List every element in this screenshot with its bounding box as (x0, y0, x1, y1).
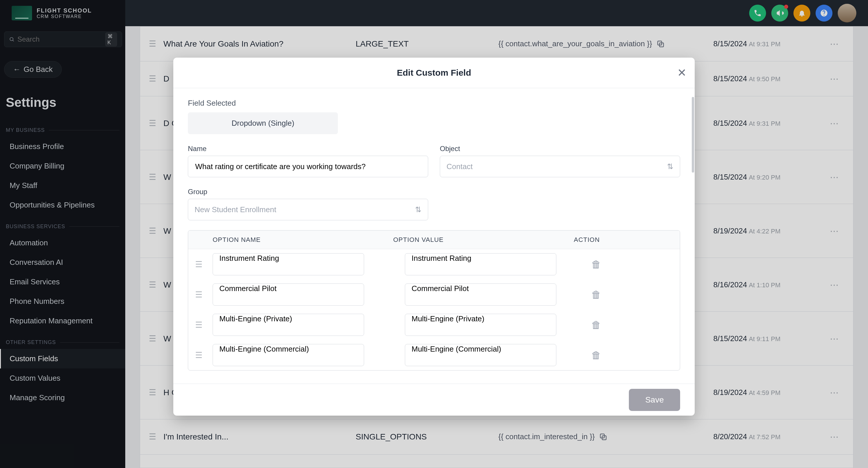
option-row: ☰ 🗑 (188, 249, 680, 279)
drag-handle-icon[interactable]: ☰ (195, 320, 207, 330)
trash-icon[interactable]: 🗑 (591, 289, 601, 300)
trash-icon[interactable]: 🗑 (591, 259, 601, 270)
col-option-name: OPTION NAME (213, 236, 393, 244)
option-name-input[interactable] (213, 344, 364, 366)
group-value: New Student Enrollment (194, 205, 276, 214)
group-label: Group (188, 188, 428, 196)
group-select[interactable]: New Student Enrollment ⇅ (188, 199, 428, 220)
modal-body: Field Selected Dropdown (Single) Name Ob… (173, 88, 695, 383)
scrollbar[interactable] (691, 88, 695, 383)
name-input[interactable] (188, 156, 428, 177)
close-icon[interactable]: ✕ (677, 66, 686, 79)
option-name-input[interactable] (213, 314, 364, 336)
col-action: ACTION (574, 236, 673, 244)
option-name-input[interactable] (213, 283, 364, 306)
trash-icon[interactable]: 🗑 (591, 349, 601, 361)
object-value: Contact (446, 162, 473, 171)
chevron-updown-icon: ⇅ (667, 162, 674, 171)
col-option-value: OPTION VALUE (393, 236, 574, 244)
name-label: Name (188, 145, 428, 153)
modal-footer: Save (173, 383, 695, 415)
field-type-chip: Dropdown (Single) (188, 112, 338, 134)
drag-handle-icon[interactable]: ☰ (195, 290, 207, 299)
drag-handle-icon[interactable]: ☰ (195, 260, 207, 269)
edit-custom-field-modal: Edit Custom Field ✕ Field Selected Dropd… (173, 58, 695, 415)
option-value-input[interactable] (405, 314, 556, 336)
chevron-updown-icon: ⇅ (415, 205, 422, 214)
option-row: ☰ 🗑 (188, 340, 680, 370)
modal-title: Edit Custom Field (397, 68, 471, 78)
option-row: ☰ 🗑 (188, 279, 680, 310)
option-value-input[interactable] (405, 283, 556, 306)
drag-handle-icon[interactable]: ☰ (195, 350, 207, 360)
object-select[interactable]: Contact ⇅ (440, 156, 680, 177)
option-value-input[interactable] (405, 344, 556, 366)
options-table: OPTION NAME OPTION VALUE ACTION ☰ 🗑 ☰ 🗑 … (188, 230, 680, 370)
modal-header: Edit Custom Field ✕ (173, 58, 695, 88)
trash-icon[interactable]: 🗑 (591, 319, 601, 331)
name-input-field[interactable] (194, 162, 422, 171)
option-row: ☰ 🗑 (188, 310, 680, 340)
save-button[interactable]: Save (629, 389, 680, 411)
object-label: Object (440, 145, 680, 153)
option-name-input[interactable] (213, 253, 364, 275)
field-selected-label: Field Selected (188, 99, 680, 108)
options-table-head: OPTION NAME OPTION VALUE ACTION (188, 231, 680, 249)
option-value-input[interactable] (405, 253, 556, 275)
